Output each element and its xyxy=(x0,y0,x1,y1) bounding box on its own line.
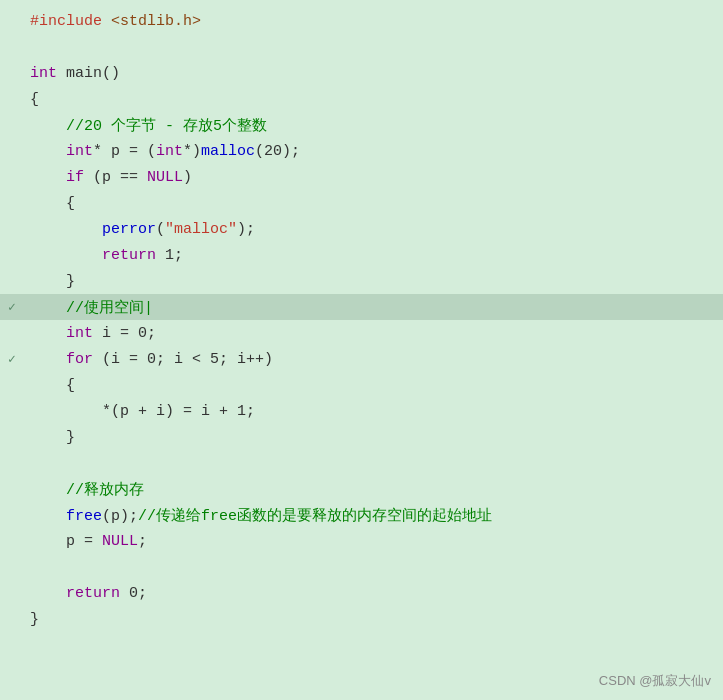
code-tokens: } xyxy=(30,611,715,628)
code-line: } xyxy=(0,606,723,632)
token: } xyxy=(30,611,39,628)
token: for xyxy=(66,351,93,368)
token: { xyxy=(30,195,75,212)
code-tokens: { xyxy=(30,91,715,108)
gutter-arrow: ✓ xyxy=(8,299,26,315)
code-tokens: return 0; xyxy=(30,585,715,602)
token: NULL xyxy=(147,169,183,186)
code-line: } xyxy=(0,268,723,294)
token: } xyxy=(30,429,75,446)
token: if xyxy=(66,169,84,186)
code-line: //释放内存 xyxy=(0,476,723,502)
code-tokens: { xyxy=(30,377,715,394)
code-tokens: int main() xyxy=(30,65,715,82)
token: (i = 0; i < 5; i++) xyxy=(93,351,273,368)
token: //释放内存 xyxy=(30,482,144,499)
token: int xyxy=(66,325,93,342)
token: NULL xyxy=(102,533,138,550)
code-line: free(p);//传递给free函数的是要释放的内存空间的起始地址 xyxy=(0,502,723,528)
code-tokens: if (p == NULL) xyxy=(30,169,715,186)
code-tokens: //使用空间| xyxy=(30,298,715,317)
token xyxy=(30,143,66,160)
token xyxy=(30,325,66,342)
code-tokens: *(p + i) = i + 1; xyxy=(30,403,715,420)
code-line: *(p + i) = i + 1; xyxy=(0,398,723,424)
code-tokens: int* p = (int*)malloc(20); xyxy=(30,143,715,160)
code-line xyxy=(0,554,723,580)
token: (p); xyxy=(102,508,138,525)
token: return xyxy=(102,247,156,264)
code-tokens: return 1; xyxy=(30,247,715,264)
code-line: p = NULL; xyxy=(0,528,723,554)
token: return xyxy=(66,585,120,602)
code-tokens: } xyxy=(30,429,715,446)
token: perror xyxy=(102,221,156,238)
token: malloc xyxy=(201,143,255,160)
code-tokens xyxy=(30,455,715,472)
token: int xyxy=(156,143,183,160)
token xyxy=(30,508,66,525)
code-line: if (p == NULL) xyxy=(0,164,723,190)
code-tokens: for (i = 0; i < 5; i++) xyxy=(30,351,715,368)
watermark: CSDN @孤寂大仙v xyxy=(599,672,711,690)
code-tokens xyxy=(30,559,715,576)
token: 1; xyxy=(156,247,183,264)
token: { xyxy=(30,377,75,394)
code-line: { xyxy=(0,372,723,398)
token: ) xyxy=(183,169,192,186)
code-tokens xyxy=(30,39,715,56)
code-line xyxy=(0,34,723,60)
token: "malloc" xyxy=(165,221,237,238)
code-line: } xyxy=(0,424,723,450)
token: i = 0; xyxy=(93,325,156,342)
token: //使用空间| xyxy=(30,300,153,317)
code-tokens: #include <stdlib.h> xyxy=(30,13,715,30)
code-tokens: } xyxy=(30,273,715,290)
token: } xyxy=(30,273,75,290)
code-line: return 0; xyxy=(0,580,723,606)
token: //传递给free函数的是要释放的内存空间的起始地址 xyxy=(138,508,492,525)
code-line: { xyxy=(0,190,723,216)
token: (20); xyxy=(255,143,300,160)
token: <stdlib.h> xyxy=(111,13,201,30)
token: ; xyxy=(138,533,147,550)
gutter-arrow: ✓ xyxy=(8,351,26,367)
code-line: perror("malloc"); xyxy=(0,216,723,242)
token xyxy=(30,169,66,186)
token: int xyxy=(30,65,57,82)
code-line: return 1; xyxy=(0,242,723,268)
token: free xyxy=(66,508,102,525)
token xyxy=(30,351,66,368)
token: main() xyxy=(57,65,120,82)
code-line: ✓ for (i = 0; i < 5; i++) xyxy=(0,346,723,372)
code-line: ✓ //使用空间| xyxy=(0,294,723,320)
code-tokens: //20 个字节 - 存放5个整数 xyxy=(30,116,715,135)
token: (p == xyxy=(84,169,147,186)
code-line: int i = 0; xyxy=(0,320,723,346)
token xyxy=(30,585,66,602)
token: #include xyxy=(30,13,111,30)
code-line xyxy=(0,450,723,476)
token xyxy=(30,221,102,238)
token: ( xyxy=(156,221,165,238)
code-line: int main() xyxy=(0,60,723,86)
code-tokens: int i = 0; xyxy=(30,325,715,342)
token: *) xyxy=(183,143,201,160)
code-editor: #include <stdlib.h> int main(){ //20 个字节… xyxy=(0,0,723,700)
token: p = xyxy=(30,533,102,550)
token xyxy=(30,247,102,264)
token: int xyxy=(66,143,93,160)
token: ); xyxy=(237,221,255,238)
code-line: //20 个字节 - 存放5个整数 xyxy=(0,112,723,138)
token: 0; xyxy=(120,585,147,602)
code-tokens: //释放内存 xyxy=(30,480,715,499)
token: { xyxy=(30,91,39,108)
code-tokens: free(p);//传递给free函数的是要释放的内存空间的起始地址 xyxy=(30,506,715,525)
code-line: { xyxy=(0,86,723,112)
code-tokens: p = NULL; xyxy=(30,533,715,550)
token: //20 个字节 - 存放5个整数 xyxy=(30,118,267,135)
token: * p = ( xyxy=(93,143,156,160)
code-tokens: perror("malloc"); xyxy=(30,221,715,238)
code-line: #include <stdlib.h> xyxy=(0,8,723,34)
token: *(p + i) = i + 1; xyxy=(30,403,255,420)
